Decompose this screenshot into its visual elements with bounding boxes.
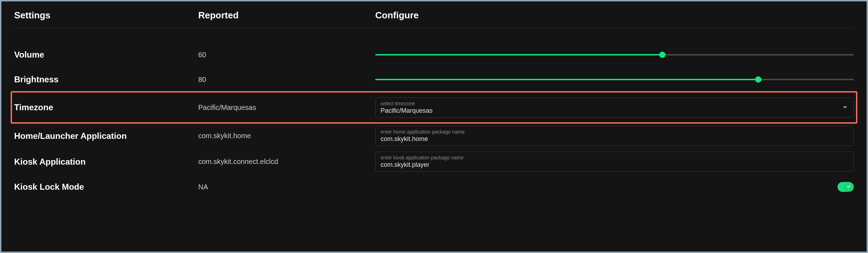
slider-fill (375, 54, 662, 55)
header-configure: Configure (375, 10, 854, 21)
brightness-reported: 80 (198, 76, 375, 84)
kiosk-app-configure: enter kiosk application package name (375, 152, 854, 172)
toggle-knob (845, 183, 853, 191)
volume-slider[interactable] (375, 51, 854, 59)
home-app-placeholder: enter home application package name (381, 129, 849, 135)
row-timezone: Timezone Pacific/Marquesas select timezo… (11, 92, 857, 123)
kiosk-app-placeholder: enter kiosk application package name (381, 155, 849, 160)
row-brightness: Brightness 80 (14, 67, 854, 92)
kiosk-app-label: Kiosk Application (14, 157, 198, 167)
home-app-input-wrap: enter home application package name (375, 126, 854, 146)
table-header-row: Settings Reported Configure (14, 10, 854, 28)
kiosk-lock-label: Kiosk Lock Mode (14, 182, 198, 192)
header-reported: Reported (198, 10, 375, 21)
volume-configure (375, 51, 854, 59)
kiosk-app-input-wrap: enter kiosk application package name (375, 152, 854, 172)
chevron-down-icon (843, 106, 847, 108)
timezone-reported: Pacific/Marquesas (198, 104, 375, 112)
volume-reported: 60 (198, 51, 375, 59)
home-app-label: Home/Launcher Application (14, 131, 198, 141)
settings-panel: Settings Reported Configure Volume 60 Br… (1, 1, 867, 252)
timezone-label: Timezone (14, 102, 198, 112)
home-app-input[interactable] (381, 135, 849, 143)
timezone-configure: select timezone Pacific/Marquesas (375, 98, 854, 118)
row-kiosk-lock: Kiosk Lock Mode NA (14, 175, 854, 199)
slider-fill (375, 79, 758, 80)
slider-thumb[interactable] (755, 76, 761, 83)
slider-thumb[interactable] (659, 52, 666, 58)
brightness-slider[interactable] (375, 75, 854, 84)
kiosk-app-input[interactable] (381, 161, 849, 169)
brightness-configure (375, 75, 854, 84)
timezone-placeholder: select timezone (381, 101, 849, 106)
row-volume: Volume 60 (14, 42, 854, 67)
timezone-select[interactable]: select timezone Pacific/Marquesas (375, 98, 854, 118)
check-icon (847, 185, 851, 189)
header-settings: Settings (14, 10, 198, 21)
kiosk-lock-toggle[interactable] (838, 182, 854, 192)
kiosk-lock-reported: NA (198, 183, 375, 191)
home-app-configure: enter home application package name (375, 126, 854, 146)
volume-label: Volume (14, 50, 198, 60)
timezone-value: Pacific/Marquesas (381, 107, 849, 114)
home-app-reported: com.skykit.home (198, 132, 375, 140)
kiosk-app-reported: com.skykit.connect.elclcd (198, 158, 375, 166)
brightness-label: Brightness (14, 75, 198, 84)
kiosk-lock-configure (375, 182, 854, 192)
row-home-app: Home/Launcher Application com.skykit.hom… (14, 123, 854, 149)
row-kiosk-app: Kiosk Application com.skykit.connect.elc… (14, 149, 854, 175)
